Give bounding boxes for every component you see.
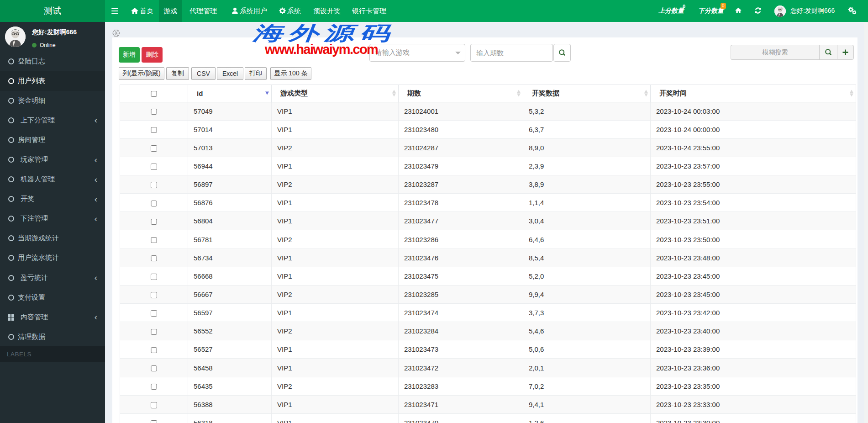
table-cell: 6,3,7 bbox=[523, 120, 651, 138]
fuzzy-search-button[interactable] bbox=[819, 45, 837, 60]
table-cell: 2023-10-23 23:35:00 bbox=[651, 377, 856, 395]
sidebar-item[interactable]: 盈亏统计‹ bbox=[0, 268, 105, 288]
row-checkbox[interactable] bbox=[151, 219, 157, 225]
sidebar-item[interactable]: 用户列表 bbox=[0, 71, 105, 91]
table-cell: VIP1 bbox=[272, 413, 399, 423]
row-checkbox[interactable] bbox=[151, 274, 157, 280]
down-score-label: 下分数量 bbox=[698, 7, 724, 15]
column-header-issue[interactable]: 期数 bbox=[399, 85, 523, 102]
sidebar-user-status[interactable]: Online bbox=[32, 42, 56, 48]
table-cell: 56781 bbox=[188, 230, 272, 249]
sidebar-item-label: 登陆日志 bbox=[18, 57, 45, 66]
sidebar-item-label: 房间管理 bbox=[18, 136, 45, 144]
hexagon-icon bbox=[112, 30, 120, 38]
table-cell: 6,4,6 bbox=[523, 230, 651, 249]
search-button[interactable] bbox=[553, 44, 571, 62]
sidebar-item[interactable]: 资金明细 bbox=[0, 91, 105, 111]
sidebar-toggle-button[interactable] bbox=[105, 0, 124, 22]
add-row-button[interactable] bbox=[837, 45, 854, 60]
columns-visibility-button[interactable]: 列(显示/隐藏) bbox=[119, 67, 164, 80]
user-menu[interactable]: 您好:发财啊666 bbox=[774, 0, 835, 22]
row-checkbox[interactable] bbox=[151, 347, 157, 354]
csv-button[interactable]: CSV bbox=[191, 67, 216, 80]
table-row: 56944VIP12310234792,3,92023-10-23 23:57:… bbox=[120, 157, 856, 175]
nav-item-label: 代理管理 bbox=[189, 7, 217, 16]
scrollbar-track[interactable] bbox=[864, 22, 868, 423]
nav-item-home[interactable]: 首页 bbox=[131, 0, 153, 22]
refresh-button[interactable] bbox=[755, 0, 761, 22]
nav-item-bank-cards[interactable]: 银行卡管理 bbox=[352, 0, 386, 22]
nav-item-agents[interactable]: 代理管理 bbox=[189, 0, 217, 22]
sidebar-item[interactable]: 房间管理 bbox=[0, 130, 105, 150]
sidebar-item[interactable]: 内容管理‹ bbox=[0, 307, 105, 327]
sidebar-item[interactable]: 支付设置 bbox=[0, 288, 105, 307]
fuzzy-search-input[interactable] bbox=[731, 45, 819, 60]
delete-button[interactable]: 删除 bbox=[142, 47, 163, 63]
sidebar-item-label: 清理数据 bbox=[18, 333, 45, 341]
page-length-button[interactable]: 显示 100 条 bbox=[270, 67, 311, 80]
row-checkbox[interactable] bbox=[151, 384, 157, 390]
down-score-menu[interactable]: 下分数量 0 bbox=[698, 0, 726, 22]
row-checkbox[interactable] bbox=[151, 145, 157, 152]
settings-menu[interactable] bbox=[848, 0, 857, 22]
sidebar-item[interactable]: 当期游戏统计 bbox=[0, 228, 105, 248]
row-checkbox-cell bbox=[120, 212, 188, 230]
sidebar-item[interactable]: 机器人管理‹ bbox=[0, 169, 105, 189]
row-checkbox[interactable] bbox=[151, 365, 157, 372]
issue-number-input[interactable] bbox=[470, 44, 553, 62]
sidebar-item[interactable]: 用户流水统计 bbox=[0, 248, 105, 268]
column-header-draw-time[interactable]: 开奖时间 bbox=[651, 85, 856, 102]
table-cell: VIP1 bbox=[272, 120, 399, 138]
sidebar-item[interactable]: 登陆日志 bbox=[0, 52, 105, 71]
nav-item-preset-draw[interactable]: 预设开奖 bbox=[313, 0, 341, 22]
row-checkbox[interactable] bbox=[151, 255, 157, 262]
copy-button[interactable]: 复制 bbox=[166, 67, 189, 80]
excel-button[interactable]: Excel bbox=[217, 67, 243, 80]
up-score-menu[interactable]: 上分数量 0 bbox=[658, 0, 685, 22]
nav-item-games[interactable]: 游戏 bbox=[159, 0, 182, 22]
row-checkbox[interactable] bbox=[151, 310, 157, 317]
nav-item-system-users[interactable]: 系统用户 bbox=[231, 0, 267, 22]
column-header-draw-data[interactable]: 开奖数据 bbox=[523, 85, 651, 102]
column-header-game-type[interactable]: 游戏类型 bbox=[272, 85, 399, 102]
row-checkbox[interactable] bbox=[151, 402, 157, 408]
sidebar-item[interactable]: 上下分管理‹ bbox=[0, 111, 105, 130]
table-cell: 231023477 bbox=[399, 212, 523, 230]
row-checkbox[interactable] bbox=[151, 109, 157, 115]
sidebar-item-label: 用户流水统计 bbox=[18, 254, 59, 262]
gear-icon bbox=[279, 7, 286, 14]
sort-icon bbox=[392, 90, 396, 97]
row-checkbox[interactable] bbox=[151, 127, 157, 133]
table-cell: 231023284 bbox=[399, 322, 523, 340]
print-button[interactable]: 打印 bbox=[245, 67, 267, 80]
sidebar-item[interactable]: 下注管理‹ bbox=[0, 209, 105, 228]
select-all-checkbox[interactable] bbox=[151, 91, 157, 97]
nav-item-system[interactable]: 系统 bbox=[279, 0, 301, 22]
sidebar-item[interactable]: 玩家管理‹ bbox=[0, 150, 105, 169]
row-checkbox-cell bbox=[120, 395, 188, 413]
search-icon bbox=[825, 49, 832, 56]
row-checkbox-cell bbox=[120, 249, 188, 267]
row-checkbox[interactable] bbox=[151, 164, 157, 170]
row-checkbox[interactable] bbox=[151, 420, 157, 423]
table-row: 56876VIP12310234781,1,42023-10-23 23:54:… bbox=[120, 194, 856, 212]
table-cell: 2023-10-23 23:55:00 bbox=[651, 175, 856, 194]
user-icon bbox=[231, 7, 238, 14]
game-select[interactable]: 请输入游戏 bbox=[369, 44, 465, 62]
row-checkbox[interactable] bbox=[151, 237, 157, 243]
home-shortcut[interactable] bbox=[735, 0, 742, 22]
table-row: 56552VIP22310232845,4,62023-10-23 23:40:… bbox=[120, 322, 856, 340]
column-header-id[interactable]: id bbox=[188, 85, 272, 102]
sidebar-item-label: 下注管理 bbox=[21, 214, 48, 223]
row-checkbox[interactable] bbox=[151, 329, 157, 335]
table-cell: 231023476 bbox=[399, 249, 523, 267]
row-checkbox[interactable] bbox=[151, 182, 157, 188]
table-row: 56597VIP12310234743,7,32023-10-23 23:42:… bbox=[120, 304, 856, 322]
sidebar-item[interactable]: 开奖‹ bbox=[0, 189, 105, 209]
logo[interactable]: 测试 bbox=[0, 0, 105, 22]
row-checkbox[interactable] bbox=[151, 201, 157, 207]
add-button[interactable]: 新增 bbox=[119, 47, 140, 63]
sidebar-item[interactable]: 清理数据 bbox=[0, 327, 105, 347]
table-cell: 7,0,2 bbox=[523, 377, 651, 395]
row-checkbox[interactable] bbox=[151, 292, 157, 298]
